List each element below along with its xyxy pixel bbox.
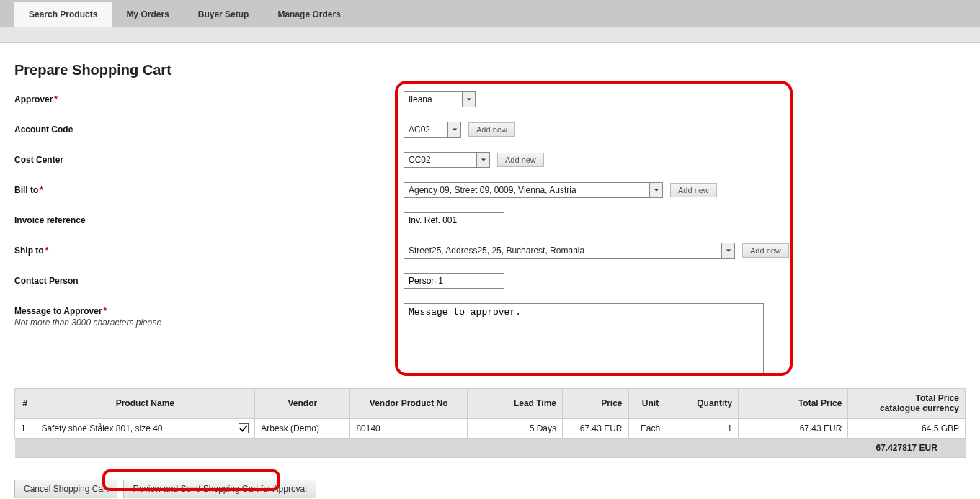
col-num: # [15, 389, 35, 419]
cost-center-label: Cost Center [14, 152, 404, 165]
message-textarea[interactable] [404, 303, 764, 375]
tab-search-products[interactable]: Search Products [14, 2, 112, 27]
cell-total: 67.43 EUR [738, 418, 847, 438]
sub-toolbar [0, 27, 980, 43]
col-qty: Quantity [672, 389, 738, 419]
col-vpn: Vendor Product No [350, 389, 468, 419]
cart-table: # Product Name Vendor Vendor Product No … [14, 388, 966, 458]
cell-num: 1 [15, 418, 35, 438]
ship-to-add-new-button[interactable]: Add new [742, 243, 789, 258]
account-code-label: Account Code [14, 122, 404, 135]
page-title: Prepare Shopping Cart [14, 62, 966, 78]
bill-to-select[interactable]: Agency 09, Street 09, 0009, Vienna, Aust… [404, 182, 663, 198]
row-checkbox[interactable] [239, 423, 249, 433]
contact-person-input[interactable] [404, 273, 504, 289]
approver-label: Approver* [14, 91, 404, 104]
chevron-down-icon [447, 122, 460, 137]
chevron-down-icon [649, 183, 662, 197]
chevron-down-icon [721, 243, 734, 258]
totals-row: 67.427817 EUR [15, 438, 966, 457]
account-code-select[interactable]: AC02 [404, 122, 461, 138]
cell-vpn: 80140 [350, 418, 468, 438]
cost-center-add-new-button[interactable]: Add new [497, 153, 544, 167]
review-send-button[interactable]: Review and Send Shopping Cart for Approv… [123, 480, 316, 498]
table-row: 1 Safety shoe Stålex 801, size 40 Arbesk… [15, 418, 966, 438]
cell-price: 67.43 EUR [563, 418, 628, 438]
bill-to-add-new-button[interactable]: Add new [670, 183, 717, 197]
col-unit: Unit [628, 389, 672, 419]
col-total-price-cat: Total Pricecatalogue currency [848, 389, 966, 419]
cell-vendor: Arbesk (Demo) [255, 418, 350, 438]
invoice-ref-label: Invoice reference [14, 212, 404, 225]
cell-unit: Each [628, 418, 672, 438]
chevron-down-icon [476, 153, 489, 167]
cell-total-cat: 64.5 GBP [848, 418, 966, 438]
chevron-down-icon [462, 92, 475, 107]
invoice-ref-input[interactable] [404, 212, 504, 228]
tab-manage-orders[interactable]: Manage Orders [263, 2, 355, 27]
col-price: Price [563, 389, 628, 419]
contact-person-label: Contact Person [14, 273, 404, 286]
col-product: Product Name [35, 389, 255, 419]
cell-qty: 1 [672, 418, 738, 438]
col-lead: Lead Time [467, 389, 562, 419]
ship-to-label: Ship to* [14, 243, 404, 256]
cell-product: Safety shoe Stålex 801, size 40 [35, 418, 255, 438]
approver-select[interactable]: Ileana [404, 91, 476, 107]
tab-my-orders[interactable]: My Orders [112, 2, 183, 27]
main-tabs: Search Products My Orders Buyer Setup Ma… [0, 0, 980, 27]
col-vendor: Vendor [255, 389, 350, 419]
message-label: Message to Approver* Not more than 3000 … [14, 303, 404, 328]
bill-to-label: Bill to* [14, 182, 404, 195]
account-code-add-new-button[interactable]: Add new [468, 122, 515, 137]
col-total-price: Total Price [738, 389, 847, 419]
ship-to-select[interactable]: Street25, Address25, 25, Bucharest, Roma… [404, 243, 735, 259]
grand-total: 67.427817 EUR [848, 438, 966, 457]
cost-center-select[interactable]: CC02 [404, 152, 490, 168]
cell-lead: 5 Days [467, 418, 562, 438]
tab-buyer-setup[interactable]: Buyer Setup [184, 2, 264, 27]
cancel-cart-button[interactable]: Cancel Shopping Cart [14, 480, 117, 498]
